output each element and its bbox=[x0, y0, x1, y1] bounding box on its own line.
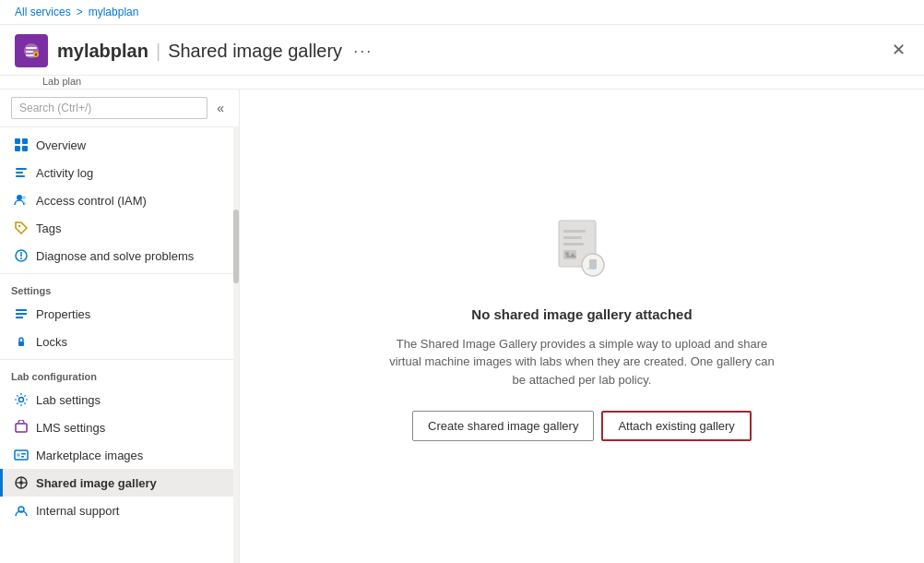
content-area: No shared image gallery attached The Sha… bbox=[240, 90, 924, 563]
svg-rect-9 bbox=[15, 146, 20, 151]
empty-state-icon bbox=[545, 211, 619, 288]
sidebar-item-properties[interactable]: Properties bbox=[0, 300, 239, 328]
svg-rect-40 bbox=[563, 243, 584, 246]
svg-rect-7 bbox=[15, 138, 20, 144]
sidebar-item-diagnose[interactable]: Diagnose and solve problems bbox=[0, 242, 239, 270]
svg-point-15 bbox=[22, 196, 26, 199]
sidebar-item-lms-settings-label: LMS settings bbox=[36, 421, 105, 435]
sidebar: « Overview Activity log Access contr bbox=[0, 90, 240, 563]
sidebar-item-lab-settings[interactable]: Lab settings bbox=[0, 386, 239, 413]
resource-subtitle: Lab plan bbox=[42, 76, 924, 89]
empty-state-title: No shared image gallery attached bbox=[471, 306, 692, 322]
breadcrumb-current: mylabplan bbox=[89, 6, 139, 18]
sidebar-item-shared-image-gallery-label: Shared image gallery bbox=[36, 476, 157, 490]
sidebar-item-marketplace-images[interactable]: Marketplace images bbox=[0, 441, 239, 469]
sidebar-item-lms-settings[interactable]: LMS settings bbox=[0, 413, 239, 441]
sidebar-item-internal-support-label: Internal support bbox=[36, 504, 119, 518]
sidebar-search-container: « bbox=[0, 90, 239, 127]
sidebar-item-activity-log-label: Activity log bbox=[36, 166, 93, 180]
sidebar-item-diagnose-label: Diagnose and solve problems bbox=[36, 249, 194, 263]
svg-point-27 bbox=[17, 453, 20, 457]
lms-settings-icon bbox=[14, 420, 29, 435]
svg-rect-39 bbox=[563, 236, 582, 239]
section-settings: Settings bbox=[0, 273, 239, 300]
breadcrumb-separator: > bbox=[77, 6, 83, 18]
svg-rect-10 bbox=[22, 146, 28, 151]
svg-rect-22 bbox=[16, 317, 23, 318]
section-lab-config: Lab configuration bbox=[0, 359, 239, 386]
resource-icon bbox=[15, 34, 48, 67]
marketplace-images-icon bbox=[14, 448, 29, 462]
svg-point-24 bbox=[19, 398, 24, 402]
close-button[interactable]: ✕ bbox=[888, 36, 909, 64]
empty-state-description: The Shared Image Gallery provides a simp… bbox=[388, 335, 776, 389]
sidebar-item-overview[interactable]: Overview bbox=[0, 131, 239, 159]
svg-point-16 bbox=[18, 225, 20, 227]
svg-rect-11 bbox=[16, 168, 27, 170]
scrollbar-thumb[interactable] bbox=[233, 210, 239, 283]
search-input[interactable] bbox=[11, 97, 207, 119]
svg-rect-41 bbox=[563, 250, 576, 259]
sidebar-item-properties-label: Properties bbox=[36, 307, 90, 321]
sidebar-item-lab-settings-label: Lab settings bbox=[36, 393, 101, 407]
sidebar-item-internal-support[interactable]: Internal support bbox=[0, 497, 239, 524]
empty-state: No shared image gallery attached The Sha… bbox=[388, 211, 776, 442]
tags-icon bbox=[14, 221, 29, 235]
svg-rect-28 bbox=[21, 453, 26, 455]
sidebar-item-shared-image-gallery[interactable]: Shared image gallery bbox=[0, 469, 239, 497]
svg-rect-21 bbox=[16, 313, 27, 315]
collapse-button[interactable]: « bbox=[213, 99, 228, 117]
internal-support-icon bbox=[14, 503, 29, 518]
sidebar-item-marketplace-images-label: Marketplace images bbox=[36, 449, 143, 462]
sidebar-item-locks-label: Locks bbox=[36, 335, 67, 349]
lab-settings-icon bbox=[14, 392, 29, 407]
properties-icon bbox=[14, 306, 29, 321]
svg-point-19 bbox=[20, 258, 22, 259]
svg-rect-1 bbox=[26, 47, 37, 49]
svg-point-14 bbox=[17, 195, 22, 200]
svg-rect-25 bbox=[16, 424, 27, 432]
activity-log-icon bbox=[14, 165, 29, 180]
more-options-button[interactable]: ··· bbox=[353, 42, 373, 61]
diagnose-icon bbox=[14, 248, 29, 263]
page-title: Shared image gallery bbox=[168, 41, 342, 62]
breadcrumb-all-services[interactable]: All services bbox=[15, 6, 71, 18]
attach-gallery-button[interactable]: Attach existing gallery bbox=[601, 411, 751, 441]
breadcrumb: All services > mylabplan bbox=[0, 0, 924, 25]
page-header: mylabplan | Shared image gallery ··· ✕ bbox=[0, 25, 924, 76]
create-gallery-button[interactable]: Create shared image gallery bbox=[412, 411, 594, 441]
sidebar-item-activity-log[interactable]: Activity log bbox=[0, 159, 239, 186]
svg-rect-23 bbox=[18, 341, 24, 346]
locks-icon bbox=[14, 334, 29, 349]
svg-rect-20 bbox=[16, 309, 27, 311]
sidebar-item-tags-label: Tags bbox=[36, 222, 61, 235]
svg-rect-2 bbox=[26, 51, 33, 53]
shared-image-gallery-icon bbox=[14, 475, 29, 490]
access-control-icon bbox=[14, 193, 29, 208]
svg-rect-38 bbox=[563, 230, 586, 233]
svg-rect-6 bbox=[35, 54, 38, 55]
svg-rect-8 bbox=[22, 138, 28, 144]
svg-point-42 bbox=[565, 252, 569, 256]
svg-rect-29 bbox=[21, 456, 24, 458]
sidebar-item-tags[interactable]: Tags bbox=[0, 214, 239, 242]
sidebar-item-overview-label: Overview bbox=[36, 138, 86, 152]
resource-name: mylabplan bbox=[57, 41, 148, 62]
svg-point-31 bbox=[19, 481, 23, 485]
sidebar-item-locks[interactable]: Locks bbox=[0, 328, 239, 355]
sidebar-nav: Overview Activity log Access control (IA… bbox=[0, 127, 239, 563]
svg-rect-13 bbox=[16, 175, 25, 177]
svg-rect-12 bbox=[16, 172, 23, 174]
sidebar-item-access-control[interactable]: Access control (IAM) bbox=[0, 186, 239, 214]
sidebar-item-access-control-label: Access control (IAM) bbox=[36, 194, 147, 208]
header-separator: | bbox=[156, 41, 160, 62]
overview-icon bbox=[14, 138, 29, 152]
scrollbar-track bbox=[233, 126, 239, 563]
action-buttons: Create shared image gallery Attach exist… bbox=[412, 411, 752, 441]
